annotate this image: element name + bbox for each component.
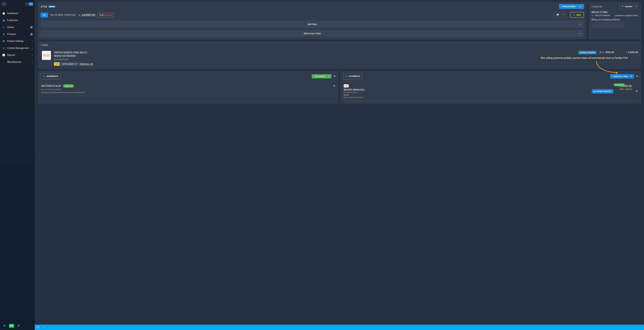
payment-completed-pill: Completed	[614, 84, 625, 86]
add-invoice-note-row[interactable]: Add Invoice Note ＋	[40, 30, 584, 37]
search-icon[interactable]	[2, 2, 6, 6]
external-link-icon: ↗	[75, 63, 76, 65]
shipment-method: INSTOREPICKUP	[41, 84, 61, 87]
nav-label: Miscellaneous	[7, 61, 21, 63]
sidebar: বাং EN ⬤Dashboard👥Customers🛍Orders＋▦Prod…	[0, 0, 35, 330]
nav-item-content-management[interactable]: ▤Content Management›	[0, 44, 35, 52]
plus-icon: ＋	[573, 14, 575, 16]
nav-item-orders[interactable]: 🛍Orders＋	[0, 24, 35, 31]
nav-label: Customers	[7, 19, 18, 22]
payment-method: BKASH (MANUAL)	[344, 88, 365, 91]
chevron-down-icon: ▾	[580, 6, 581, 8]
customer-name: MEGA STORE	[592, 11, 638, 14]
chevron-right-icon: ›	[32, 47, 32, 49]
add-invoice-note-icon[interactable]: ＋	[578, 32, 582, 36]
nav-icon: 📈	[2, 54, 5, 56]
qty-price: 4 × ৳ 3500.00	[600, 51, 614, 54]
order-header-card: #744 ADMIN PROCESSING ▾ ID Nov 10 2024, …	[38, 2, 586, 39]
language-toggle[interactable]: বাং EN	[25, 2, 33, 6]
edit-shipment-icon[interactable]: ✎	[333, 84, 335, 88]
customer-card: Customer ORDERS ▾ MEGA STORE	[589, 2, 641, 39]
nav-item-dashboard[interactable]: ⬤Dashboard	[0, 10, 35, 17]
add-icon[interactable]: ＋	[30, 33, 32, 36]
bottom-bar: ☰ ‹	[35, 324, 644, 330]
chevron-right-icon: ›	[32, 61, 32, 63]
add-shipment-button[interactable]: ＋SHIPMENTS	[40, 73, 61, 79]
shipment-time: Nov 10 2024 3:03:02 pm	[41, 88, 335, 90]
line-total: ৳ 14000.00	[626, 51, 638, 54]
customer-phone: +8801767366293	[592, 14, 610, 16]
serial-badge[interactable]: SP547UNSET ↗	[61, 62, 78, 66]
nav-label: Reports	[7, 54, 15, 56]
order-id: #744	[40, 5, 47, 8]
add-icon[interactable]: ＋	[30, 26, 32, 28]
add-payment-button[interactable]: ＋PAYMENTS	[343, 73, 362, 79]
bkash-logo: bKash	[344, 84, 349, 88]
shipment-reference: Reference: 08043ead-e064-4d0d-9141-2e5be…	[41, 92, 335, 94]
nav-label: Orders	[7, 26, 14, 28]
nav-item-reports[interactable]: 📈Reports›	[0, 52, 35, 58]
add-note-row[interactable]: Add Note ＋	[40, 21, 584, 28]
settings-icon[interactable]	[17, 324, 20, 328]
add-note-icon[interactable]: ＋	[578, 22, 582, 27]
print-dropdown[interactable]: ▾	[561, 12, 566, 18]
view-all-link[interactable]: VIEW ALL (4)	[80, 63, 93, 65]
items-title: ITEMS	[38, 42, 641, 49]
chevron-right-icon: ›	[32, 54, 32, 56]
shipments-card: ＋SHIPMENTS DELIVERED▾ ⟳ INSTOREPICKUP De…	[38, 71, 338, 104]
nav-icon: ▦	[2, 33, 5, 36]
payment-source: BKash	[344, 94, 365, 96]
payment-status-button[interactable]: PARTIALLY PAID▾	[610, 74, 634, 78]
edit-payment-icon[interactable]: ✎	[636, 90, 638, 93]
plus-icon: ＋	[346, 75, 348, 78]
nav-item-customers[interactable]: 👥Customers	[0, 17, 35, 24]
nav-icon: ⬤	[2, 12, 5, 14]
plus-icon: ＋	[43, 75, 45, 78]
nav-icon: ⋮	[2, 61, 5, 63]
rma-button[interactable]: ＋RMA	[570, 12, 584, 18]
ms-badge[interactable]: MS	[9, 324, 14, 328]
product-image	[42, 51, 51, 60]
items-card: ITEMS RAPOO E9050G PINK MULTI-MODE KEYBO…	[38, 42, 641, 69]
payments-card: ＋PAYMENTS PARTIALLY PAID▾ ⟳ bKash BKASH …	[340, 71, 641, 104]
lang-en[interactable]: EN	[29, 2, 33, 6]
nav-label: Dashboard	[7, 12, 18, 14]
nav-item-products[interactable]: ▦Products＋	[0, 31, 35, 38]
annotation-tooltip: After adding payments partially, payment…	[538, 55, 631, 61]
back-icon[interactable]: ‹	[44, 326, 44, 329]
money-receipt-button[interactable]: MONEY RECEIPT	[592, 89, 613, 94]
refresh-shipments-icon[interactable]: ⟳	[334, 75, 336, 78]
nav-item-product-settings[interactable]: ⚙Product Settings›	[0, 38, 35, 44]
sn-badge[interactable]: S/N	[54, 62, 60, 66]
nav-label: Product Settings	[7, 40, 24, 42]
nav-item-miscellaneous[interactable]: ⋮Miscellaneous›	[0, 58, 35, 66]
order-date: Nov 10 2024, 3:03:02 pm	[50, 14, 75, 16]
nav-icon: ⚙	[2, 40, 5, 42]
payment-fee: FEE ৳ 200.00	[620, 88, 632, 90]
home-icon[interactable]	[3, 324, 6, 328]
payment-reference: 32623622472472...	[344, 92, 365, 94]
delivered-pill: Delivered	[63, 84, 74, 88]
billing-address-label: Billing and Shipping Address	[592, 18, 638, 21]
order-status-button[interactable]: PROCESSING ▾	[559, 4, 584, 9]
refresh-payments-icon[interactable]: ⟳	[636, 75, 638, 78]
print-button-group: ▾	[554, 12, 566, 18]
product-sku: Key-Rap-81595	[54, 58, 575, 60]
orders-button[interactable]: ORDERS	[620, 4, 634, 9]
nav-icon: ▤	[2, 47, 5, 49]
chevron-down-icon: ▾	[328, 75, 329, 77]
menu-icon[interactable]: ☰	[37, 326, 40, 329]
chevron-right-icon: ›	[32, 40, 32, 42]
orders-dropdown[interactable]: ▾	[634, 4, 638, 9]
customer-title: Customer	[592, 5, 602, 8]
print-button[interactable]	[554, 12, 561, 18]
nav-label: Content Management	[7, 47, 29, 49]
customer-email: josephine.roy@xen.works	[615, 14, 638, 16]
id-button[interactable]: ID	[40, 12, 48, 18]
main-content: #744 ADMIN PROCESSING ▾ ID Nov 10 2024, …	[35, 0, 644, 330]
chevron-down-icon: ▾	[631, 75, 632, 77]
shipment-status-button[interactable]: DELIVERED▾	[312, 74, 332, 78]
nav-label: Products	[7, 33, 16, 36]
lang-bn[interactable]: বাং	[25, 2, 29, 6]
address-box	[592, 22, 624, 28]
